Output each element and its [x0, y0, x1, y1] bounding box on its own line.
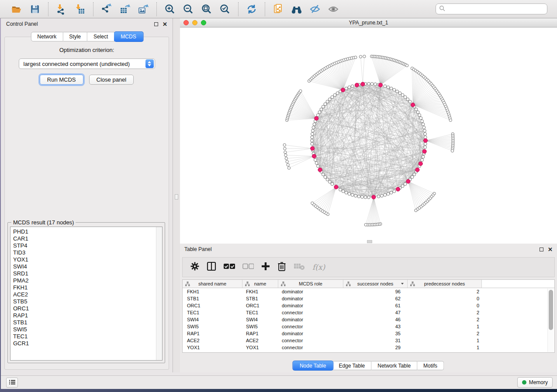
graph-leaf-node[interactable] — [286, 160, 288, 163]
graph-node[interactable] — [364, 196, 367, 199]
delete-table-button[interactable] — [294, 262, 305, 272]
graph-leaf-node[interactable] — [354, 56, 357, 58]
graph-hub-node[interactable] — [406, 179, 410, 183]
graph-hub-node[interactable] — [311, 146, 315, 150]
graph-node[interactable] — [351, 85, 354, 88]
graph-node[interactable] — [326, 100, 329, 103]
graph-node[interactable] — [320, 108, 323, 111]
graph-node[interactable] — [398, 92, 401, 95]
open-file-button[interactable] — [9, 2, 24, 17]
table-row[interactable]: TEC1TEC1connector472 — [183, 309, 554, 316]
graph-leaf-node[interactable] — [311, 202, 314, 204]
close-panel-button[interactable]: ✕ — [163, 21, 167, 27]
mcds-result-item[interactable]: CAR1 — [13, 235, 162, 242]
graph-node[interactable] — [318, 111, 321, 114]
mcds-result-item[interactable]: ACE2 — [13, 291, 162, 298]
vertical-splitter[interactable] — [173, 18, 180, 372]
zoom-selected-button[interactable] — [217, 2, 233, 17]
graph-node[interactable] — [393, 88, 396, 91]
graph-leaf-node[interactable] — [359, 55, 362, 58]
graph-leaf-node[interactable] — [299, 89, 302, 92]
tab-style[interactable]: Style — [63, 32, 87, 41]
graph-node[interactable] — [331, 96, 334, 99]
result-list-scrollbar[interactable] — [156, 227, 162, 360]
graph-node[interactable] — [326, 178, 329, 181]
graph-leaf-node[interactable] — [285, 157, 287, 160]
tab-node-table[interactable]: Node Table — [292, 361, 334, 371]
graph-node[interactable] — [311, 136, 314, 139]
table-scrollbar-thumb[interactable] — [549, 290, 553, 330]
graph-leaf-node[interactable] — [364, 224, 367, 226]
table-row[interactable]: ACE2ACE2connector311 — [183, 337, 554, 344]
graph-hub-node[interactable] — [318, 168, 322, 172]
graph-leaf-node[interactable] — [287, 163, 289, 166]
graph-node[interactable] — [322, 105, 325, 108]
zoom-in-button[interactable] — [162, 2, 178, 17]
tab-motifs[interactable]: Motifs — [417, 361, 444, 370]
graph-node[interactable] — [387, 86, 390, 89]
graph-node[interactable] — [422, 155, 425, 158]
graph-node[interactable] — [348, 86, 351, 89]
graph-node[interactable] — [423, 129, 426, 132]
graph-node[interactable] — [316, 113, 319, 117]
task-history-button[interactable] — [6, 378, 18, 388]
graph-hub-node[interactable] — [372, 195, 376, 199]
table-row[interactable]: SWI4SWI4dominator462 — [183, 316, 554, 323]
graph-hub-node[interactable] — [422, 149, 426, 153]
tab-select[interactable]: Select — [87, 32, 114, 41]
mcds-result-item[interactable]: ORC1 — [13, 305, 162, 312]
graph-node[interactable] — [311, 142, 314, 145]
new-network-from-selection-button[interactable] — [270, 2, 286, 17]
graph-node[interactable] — [418, 113, 421, 117]
search-field[interactable] — [436, 3, 547, 14]
function-builder-button[interactable]: f(x) — [312, 263, 325, 272]
graph-node[interactable] — [384, 193, 387, 196]
graph-node[interactable] — [401, 185, 404, 188]
graph-node[interactable] — [387, 193, 390, 196]
graph-node[interactable] — [422, 126, 426, 129]
graph-hub-node[interactable] — [411, 103, 415, 107]
graph-hub-node[interactable] — [396, 187, 400, 191]
graph-leaf-node[interactable] — [451, 149, 453, 152]
mcds-result-list[interactable]: PHD1CAR1STP4TID3YOX1SWI4SRD1PMA2FKH1ACE2… — [10, 227, 163, 361]
mcds-result-item[interactable]: PHD1 — [13, 228, 162, 235]
tab-mcds[interactable]: MCDS — [114, 31, 143, 42]
deselect-all-rows-button[interactable] — [242, 263, 254, 271]
table-row[interactable]: PHD1PHD1dominator180 — [183, 351, 554, 353]
graph-node[interactable] — [413, 173, 416, 176]
graph-node[interactable] — [401, 93, 404, 96]
delete-column-button[interactable] — [277, 261, 286, 273]
mcds-result-item[interactable]: FKH1 — [13, 284, 162, 291]
mcds-result-item[interactable]: SRD1 — [13, 270, 162, 277]
zoom-fit-button[interactable] — [199, 2, 214, 17]
table-settings-button[interactable] — [190, 262, 199, 272]
graph-node[interactable] — [336, 92, 339, 95]
graph-node[interactable] — [315, 162, 318, 165]
graph-node[interactable] — [322, 173, 325, 176]
export-network-button[interactable] — [99, 2, 114, 17]
tab-network-table[interactable]: Network Table — [371, 361, 417, 370]
mcds-result-item[interactable]: TEC1 — [13, 333, 162, 340]
import-network-button[interactable] — [54, 2, 69, 17]
graph-node[interactable] — [396, 90, 399, 93]
column-header-name[interactable]: name — [242, 280, 278, 288]
graph-node[interactable] — [390, 87, 393, 90]
column-layout-button[interactable] — [207, 261, 216, 273]
graph-node[interactable] — [374, 83, 377, 86]
graph-node[interactable] — [312, 126, 315, 129]
graph-leaf-node[interactable] — [363, 55, 366, 58]
graph-hub-node[interactable] — [315, 117, 318, 120]
graph-node[interactable] — [381, 194, 384, 197]
table-row[interactable]: RAP1RAP1dominator352 — [183, 330, 554, 337]
graph-node[interactable] — [424, 133, 427, 136]
close-table-panel-button[interactable]: ✕ — [548, 247, 553, 252]
graph-node[interactable] — [311, 139, 314, 142]
graph-node[interactable] — [351, 193, 354, 196]
column-header-MCDS-role[interactable]: MCDS role — [278, 280, 343, 288]
graph-node[interactable] — [404, 96, 407, 99]
float-panel-button[interactable] — [154, 22, 158, 26]
mcds-result-item[interactable]: STB5 — [13, 298, 162, 305]
graph-leaf-node[interactable] — [449, 119, 452, 121]
graph-node[interactable] — [421, 120, 424, 123]
hide-selection-button[interactable] — [307, 2, 323, 17]
